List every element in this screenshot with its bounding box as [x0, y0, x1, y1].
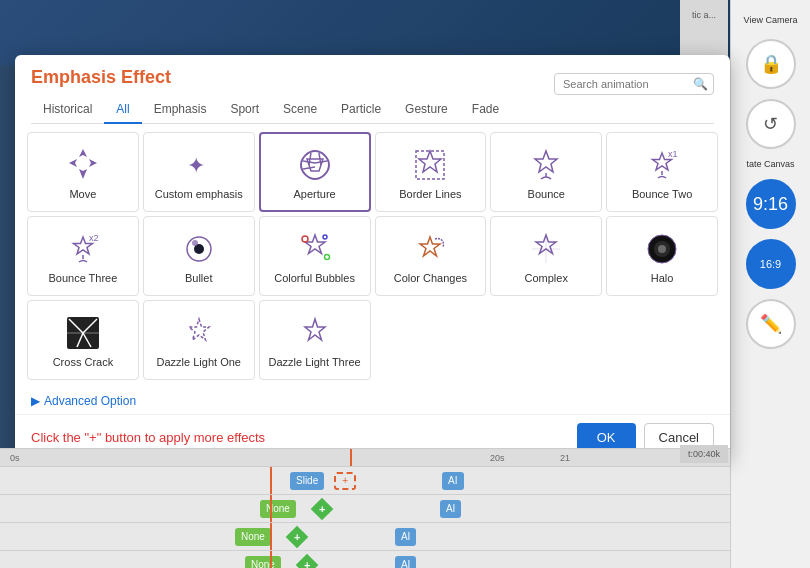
plus-pill[interactable]: +: [334, 472, 356, 490]
slide-pill[interactable]: Slide: [290, 472, 324, 490]
custom-label: Custom emphasis: [155, 188, 243, 200]
tab-scene[interactable]: Scene: [271, 96, 329, 124]
move-label: Move: [69, 188, 96, 200]
time-ratio-button-916[interactable]: 9:16: [746, 179, 796, 229]
chevron-right-icon: ▶: [31, 394, 40, 408]
timeline-row-3: None + AI: [0, 523, 730, 551]
dazzle-one-icon: [179, 313, 219, 356]
rotate-canvas-label: tate Canvas: [746, 159, 794, 169]
plus-diamond-1[interactable]: +: [310, 501, 334, 517]
dazzle-three-icon: [295, 313, 335, 356]
advanced-option[interactable]: ▶ Advanced Option: [15, 388, 730, 414]
cursor-4: [270, 551, 272, 568]
svg-marker-0: [69, 149, 97, 179]
grid-item-aperture[interactable]: Aperture: [259, 132, 371, 212]
border-lines-label: Border Lines: [399, 188, 461, 200]
timeline-row-1: Slide + AI: [0, 467, 730, 495]
tab-emphasis[interactable]: Emphasis: [142, 96, 219, 124]
ai-pill-2[interactable]: AI: [440, 500, 461, 518]
animation-grid: Move ✦ Custom emphasis: [15, 124, 730, 388]
cursor-2: [270, 495, 272, 522]
svg-point-17: [323, 235, 327, 239]
lock-button[interactable]: 🔒: [746, 39, 796, 89]
grid-item-complex[interactable]: Complex: [490, 216, 602, 296]
tab-fade[interactable]: Fade: [460, 96, 511, 124]
ai-pill-3[interactable]: AI: [395, 528, 416, 546]
grid-item-color-changes[interactable]: Color Changes: [375, 216, 487, 296]
timeline-row-4: None + AI: [0, 551, 730, 568]
svg-line-2: [309, 153, 311, 165]
search-input[interactable]: [554, 73, 714, 95]
none-pill-2[interactable]: None: [235, 528, 271, 546]
color-changes-icon: [410, 229, 450, 272]
search-icon: 🔍: [693, 77, 708, 91]
bullet-icon: [179, 229, 219, 272]
dazzle-three-label: Dazzle Light Three: [269, 356, 361, 368]
advanced-option-label: Advanced Option: [44, 394, 136, 408]
time-ruler: 0s 20s 21: [0, 449, 730, 467]
right-sidebar: View Camera 🔒 ↺ tate Canvas 9:16 16:9 ✏️: [730, 0, 810, 568]
tab-sport[interactable]: Sport: [218, 96, 271, 124]
svg-text:x1: x1: [668, 149, 678, 159]
grid-item-dazzle-three[interactable]: Dazzle Light Three: [259, 300, 371, 380]
none-pill-3[interactable]: None: [245, 556, 281, 569]
edit-button[interactable]: ✏️: [746, 299, 796, 349]
bounce-label: Bounce: [528, 188, 565, 200]
dazzle-one-label: Dazzle Light One: [157, 356, 241, 368]
svg-point-18: [324, 254, 329, 259]
bounce-three-label: Bounce Three: [48, 272, 117, 284]
svg-line-4: [303, 161, 315, 163]
plus-diamond-3[interactable]: +: [295, 557, 319, 569]
svg-text:x2: x2: [89, 233, 99, 243]
modal-header: Emphasis Effect Historical All Emphasis …: [15, 55, 730, 124]
bounce-icon: [526, 145, 566, 188]
svg-point-21: [658, 245, 666, 253]
bounce-two-icon: x1: [642, 145, 682, 188]
grid-item-colorful-bubbles[interactable]: Colorful Bubbles: [259, 216, 371, 296]
view-camera-label: View Camera: [744, 15, 798, 25]
svg-rect-7: [416, 151, 444, 179]
aperture-label: Aperture: [293, 188, 335, 200]
cursor-3: [270, 523, 272, 550]
grid-item-bullet[interactable]: Bullet: [143, 216, 255, 296]
colorful-bubbles-icon: [295, 229, 335, 272]
bounce-three-icon: x2: [63, 229, 103, 272]
grid-item-bounce-three[interactable]: x2 Bounce Three: [27, 216, 139, 296]
tic-label: tic a...: [692, 10, 716, 20]
rotate-canvas-button[interactable]: ↺: [746, 99, 796, 149]
move-icon: [63, 145, 103, 188]
bounce-two-label: Bounce Two: [632, 188, 692, 200]
none-pill-1[interactable]: None: [260, 500, 296, 518]
tab-gesture[interactable]: Gesture: [393, 96, 460, 124]
tab-all[interactable]: All: [104, 96, 141, 124]
plus-diamond-2[interactable]: +: [285, 529, 309, 545]
grid-item-dazzle-one[interactable]: Dazzle Light One: [143, 300, 255, 380]
aperture-icon: [295, 145, 335, 188]
footer-hint: Click the "+" button to apply more effec…: [31, 430, 265, 445]
timeline-time-marker: t:00:40k: [680, 445, 728, 463]
time-zero: 0s: [10, 453, 20, 463]
svg-line-5: [303, 167, 315, 169]
tab-particle[interactable]: Particle: [329, 96, 393, 124]
svg-point-15: [192, 240, 198, 246]
modal-tabs: Historical All Emphasis Sport Scene Part…: [31, 96, 714, 124]
ai-pill-1[interactable]: AI: [442, 472, 463, 490]
complex-icon: [526, 229, 566, 272]
grid-item-border-lines[interactable]: Border Lines: [375, 132, 487, 212]
grid-item-bounce[interactable]: Bounce: [490, 132, 602, 212]
grid-item-halo[interactable]: Halo: [606, 216, 718, 296]
grid-item-custom[interactable]: ✦ Custom emphasis: [143, 132, 255, 212]
time-ratio-button-169[interactable]: 16:9: [746, 239, 796, 289]
timeline-row-2: None + AI: [0, 495, 730, 523]
grid-item-cross-crack[interactable]: Cross Crack: [27, 300, 139, 380]
bullet-label: Bullet: [185, 272, 213, 284]
ai-pill-4[interactable]: AI: [395, 556, 416, 569]
tab-historical[interactable]: Historical: [31, 96, 104, 124]
timeline-cursor: [350, 449, 352, 466]
grid-item-bounce-two[interactable]: x1 Bounce Two: [606, 132, 718, 212]
grid-item-move[interactable]: Move: [27, 132, 139, 212]
svg-line-3: [319, 153, 321, 165]
custom-icon: ✦: [179, 145, 219, 188]
svg-text:✦: ✦: [187, 153, 205, 178]
halo-label: Halo: [651, 272, 674, 284]
